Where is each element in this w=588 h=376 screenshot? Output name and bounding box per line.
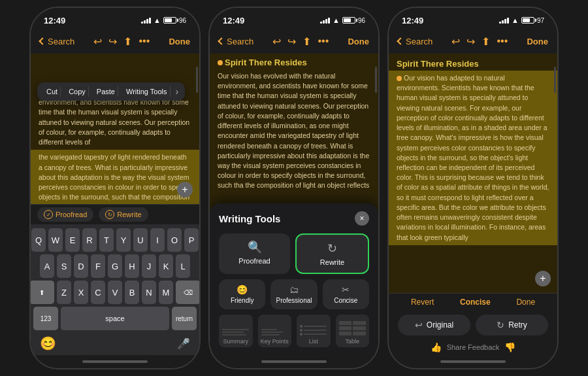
key-r[interactable]: R xyxy=(82,228,97,252)
status-icons-3: ▲ 97 xyxy=(499,16,544,24)
key-v[interactable]: V xyxy=(108,281,122,304)
key-h[interactable]: H xyxy=(125,254,139,278)
ctx-writing-tools[interactable]: Writing Tools xyxy=(123,86,171,97)
time-2: 12:49 xyxy=(223,16,244,26)
key-n[interactable]: N xyxy=(142,281,156,304)
emoji-button[interactable]: 😊 xyxy=(40,335,56,351)
key-delete[interactable]: ⌫ xyxy=(176,281,201,304)
retry-button[interactable]: ↻ Retry xyxy=(476,315,548,335)
plus-button-1[interactable]: + xyxy=(177,182,193,197)
undo-icon-2[interactable]: ↩ xyxy=(272,35,281,48)
key-l[interactable]: L xyxy=(176,254,190,278)
feedback-row: 👍 Share Feedback 👎 xyxy=(389,339,557,355)
wt-close-button[interactable]: × xyxy=(355,211,369,226)
context-menu-1: Cut Copy Paste Writing Tools › xyxy=(37,82,185,101)
wt-friendly-btn[interactable]: 😊 Friendly xyxy=(219,279,265,309)
key-return[interactable]: return xyxy=(172,307,197,330)
wifi-icon-3: ▲ xyxy=(512,16,519,24)
key-z[interactable]: Z xyxy=(57,281,71,304)
wt-proofread-btn[interactable]: 🔍 Proofread xyxy=(219,233,290,274)
done-button-3[interactable]: Done xyxy=(527,37,548,46)
wifi-icon-1: ▲ xyxy=(154,16,161,24)
wt-list-thumb[interactable]: List xyxy=(297,315,331,347)
original-button[interactable]: ↩ Original xyxy=(398,315,470,335)
key-j[interactable]: J xyxy=(142,254,156,278)
wt-keypoints-thumb[interactable]: Key Points xyxy=(258,315,292,347)
nav-bar-2: Search ↩ ↪ ⬆ ••• Done xyxy=(210,29,378,54)
ctx-cut[interactable]: Cut xyxy=(44,86,61,97)
share-icon-3[interactable]: ⬆ xyxy=(482,35,490,48)
more-icon-1[interactable]: ••• xyxy=(139,35,150,47)
redo-icon-3[interactable]: ↪ xyxy=(466,35,475,48)
done-button-2[interactable]: Done xyxy=(348,37,369,46)
nav-icons-1: ↩ ↪ ⬆ ••• xyxy=(93,35,150,48)
proofread-label-2: Proofread xyxy=(238,257,270,265)
revert-button[interactable]: Revert xyxy=(411,298,434,307)
kb-emoji-bar-1: 😊 🎤 xyxy=(33,333,197,352)
key-w[interactable]: W xyxy=(48,228,63,252)
back-button-1[interactable]: Search xyxy=(40,37,74,46)
done-button-1[interactable]: Done xyxy=(169,37,190,46)
key-x[interactable]: X xyxy=(74,281,88,304)
wt-professional-btn[interactable]: 🗂 Professional xyxy=(270,279,317,309)
thumbsdown-icon[interactable]: 👎 xyxy=(504,342,515,352)
friendly-label: Friendly xyxy=(231,297,254,304)
key-u[interactable]: U xyxy=(133,228,148,252)
thumbsup-icon[interactable]: 👍 xyxy=(431,342,442,352)
mic-button[interactable]: 🎤 xyxy=(177,337,190,350)
key-k[interactable]: K xyxy=(159,254,173,278)
key-o[interactable]: O xyxy=(167,228,182,252)
concise-button[interactable]: Concise xyxy=(460,298,491,307)
key-space[interactable]: space xyxy=(61,307,169,330)
wt-rewrite-btn[interactable]: ↻ Rewrite xyxy=(295,233,369,274)
key-i[interactable]: I xyxy=(150,228,165,252)
key-s[interactable]: S xyxy=(57,254,71,278)
redo-icon-1[interactable]: ↪ xyxy=(108,35,117,48)
content-area-1: Cut Copy Paste Writing Tools › Our visio… xyxy=(31,54,199,204)
proofread-button-1[interactable]: ✓ Proofread xyxy=(37,207,93,222)
redo-icon-2[interactable]: ↪ xyxy=(287,35,296,48)
undo-icon-3[interactable]: ↩ xyxy=(451,35,460,48)
key-c[interactable]: C xyxy=(91,281,105,304)
key-b[interactable]: B xyxy=(125,281,139,304)
key-p[interactable]: P xyxy=(184,228,199,252)
more-icon-2[interactable]: ••• xyxy=(318,35,329,47)
ctx-copy[interactable]: Copy xyxy=(66,86,89,97)
back-button-2[interactable]: Search xyxy=(219,37,253,46)
undo-icon-1[interactable]: ↩ xyxy=(93,35,102,48)
share-icon-1[interactable]: ⬆ xyxy=(123,35,132,48)
nav-icons-3: ↩ ↪ ⬆ ••• xyxy=(451,35,508,48)
summary-label: Summary xyxy=(223,338,248,345)
key-123[interactable]: 123 xyxy=(33,307,58,330)
time-3: 12:49 xyxy=(402,16,423,26)
ctx-arrow: › xyxy=(176,86,179,97)
kb-row-4: 123 space return xyxy=(33,307,197,330)
back-button-3[interactable]: Search xyxy=(398,37,433,46)
wt-concise-btn[interactable]: ✂ Concise xyxy=(323,279,369,309)
key-d[interactable]: D xyxy=(74,254,88,278)
wt-summary-thumb[interactable]: Summary xyxy=(219,315,253,347)
battery-label-3: 97 xyxy=(537,17,544,24)
signal-icon-3 xyxy=(499,17,509,24)
content-area-2: Spirit There Resides Our vision has evol… xyxy=(210,54,378,355)
key-g[interactable]: G xyxy=(108,254,122,278)
key-e[interactable]: E xyxy=(65,228,80,252)
more-icon-3[interactable]: ••• xyxy=(497,35,508,47)
key-y[interactable]: Y xyxy=(116,228,131,252)
phone-3: 12:49 ▲ 97 Search ↩ xyxy=(387,7,559,369)
share-icon-2[interactable]: ⬆ xyxy=(302,35,311,48)
wt-table-thumb[interactable]: Table xyxy=(336,315,370,347)
feedback-label: Share Feedback xyxy=(447,343,500,351)
plus-button-3[interactable]: + xyxy=(535,271,551,286)
done-result-button[interactable]: Done xyxy=(516,298,535,307)
rewrite-icon-1: ↻ xyxy=(105,210,114,219)
ctx-paste[interactable]: Paste xyxy=(94,86,118,97)
key-a[interactable]: A xyxy=(40,254,54,278)
key-m[interactable]: M xyxy=(159,281,173,304)
key-q[interactable]: Q xyxy=(31,228,46,252)
key-t[interactable]: T xyxy=(99,228,114,252)
rewrite-button-1[interactable]: ↻ Rewrite xyxy=(99,207,148,222)
key-f[interactable]: F xyxy=(91,254,105,278)
wt-title: Writing Tools xyxy=(219,213,280,224)
key-shift[interactable]: ⬆ xyxy=(29,281,54,304)
